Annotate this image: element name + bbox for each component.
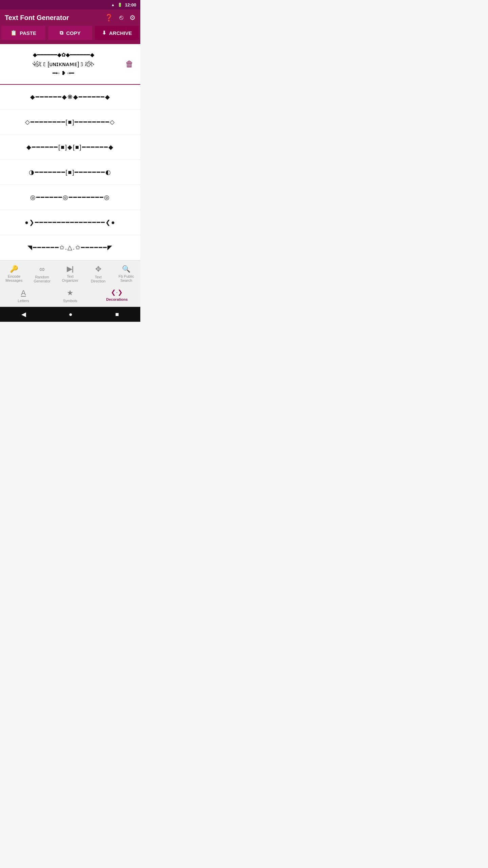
nav-label-symbols: Symbols (63, 299, 77, 303)
fb-search-icon: 🔍 (122, 265, 130, 273)
copy-icon: ⧉ (60, 30, 63, 36)
dividers-list: ◆━━━━━━◆❋◆━━━━━━◆ ◇━━━━━━━━[■]━━━━━━━━◇ … (0, 85, 140, 260)
app-header: Text Font Generator ❓ ⎋ ⚙ (0, 9, 140, 26)
list-item[interactable]: ◎━━━━━━◎━━━━━━━━◎ (0, 185, 140, 210)
archive-label: ARCHIVE (109, 30, 132, 36)
divider-text-3: ◑━━━━━━━[■]━━━━━━━◐ (29, 169, 112, 176)
list-item[interactable]: ◆━━━━━━◆❋◆━━━━━━◆ (0, 85, 140, 109)
toolbar: 📋 PASTE ⧉ COPY ⬇ ARCHIVE (0, 26, 140, 44)
nav-row-2: A Letters ★ Symbols ❮·❯ Decorations (0, 286, 140, 307)
preview-line1: ◆━━━━━━◆✿◆━━━━━━◆ (4, 51, 123, 59)
preview-area: ◆━━━━━━◆✿◆━━━━━━◆ ꧁ᜰ꒰[ᴜɴɪᴋɴᴀᴍᴇ]꒱ᜰ꧂ ━•◦ ❥… (0, 44, 140, 85)
settings-icon[interactable]: ⚙ (129, 14, 136, 22)
text-organizer-icon: ▶| (67, 265, 74, 273)
divider-text-4: ◎━━━━━━◎━━━━━━━━◎ (30, 194, 110, 201)
copy-label: COPY (66, 30, 81, 36)
nav-row-1: 🔑 EncodeMessages ∞ RandomGenerator ▶| Te… (0, 261, 140, 286)
time-display: 12:00 (125, 2, 136, 7)
recents-button[interactable]: ■ (115, 311, 119, 318)
nav-item-text-organizer[interactable]: ▶| Text Organizer (56, 263, 84, 284)
signal-icon: ▲ (111, 3, 115, 7)
infinity-icon: ∞ (39, 265, 45, 274)
app-title: Text Font Generator (5, 14, 101, 22)
archive-icon: ⬇ (102, 30, 106, 36)
list-item[interactable]: ●❯━━━━━━━━━━━━━━━━❮● (0, 210, 140, 235)
nav-label-random: RandomGenerator (34, 275, 50, 283)
delete-button[interactable]: 🗑 (123, 57, 136, 72)
nav-label-organizer: Text Organizer (60, 274, 81, 282)
nav-item-fb-public-search[interactable]: 🔍 Fb Public Search (112, 263, 140, 284)
nav-label-encode: EncodeMessages (5, 274, 22, 282)
bottom-nav: 🔑 EncodeMessages ∞ RandomGenerator ▶| Te… (0, 260, 140, 307)
list-item[interactable]: ◇━━━━━━━━[■]━━━━━━━━◇ (0, 110, 140, 134)
letters-icon: A (21, 289, 26, 297)
status-bar: ▲ 🔋 12:00 (0, 0, 140, 9)
paste-button[interactable]: 📋 PASTE (1, 26, 45, 40)
divider-text-1: ◇━━━━━━━━[■]━━━━━━━━◇ (25, 118, 116, 126)
divider-text-5: ●❯━━━━━━━━━━━━━━━━❮● (25, 219, 116, 226)
help-icon[interactable]: ❓ (105, 14, 113, 22)
key-icon: 🔑 (10, 265, 18, 273)
nav-item-text-direction[interactable]: ✥ Text Direction (84, 263, 112, 284)
paste-label: PASTE (20, 30, 36, 36)
home-button[interactable]: ● (69, 311, 73, 318)
android-nav-bar: ◀ ● ■ (0, 307, 140, 322)
symbols-icon: ★ (67, 289, 74, 297)
share-icon[interactable]: ⎋ (119, 14, 123, 22)
list-item[interactable]: ◥━━━━━━✩.△.✩━━━━━━◤ (0, 235, 140, 260)
nav-item-symbols[interactable]: ★ Symbols (47, 287, 94, 304)
header-actions: ❓ ⎋ ⚙ (105, 14, 136, 22)
preview-text: ◆━━━━━━◆✿◆━━━━━━◆ ꧁ᜰ꒰[ᴜɴɪᴋɴᴀᴍᴇ]꒱ᜰ꧂ ━•◦ ❥… (4, 51, 123, 78)
preview-line3: ━•◦ ❥ ◦•━ (4, 69, 123, 78)
archive-button[interactable]: ⬇ ARCHIVE (95, 26, 139, 40)
copy-button[interactable]: ⧉ COPY (48, 26, 92, 40)
nav-item-random-generator[interactable]: ∞ RandomGenerator (28, 263, 56, 284)
back-button[interactable]: ◀ (21, 311, 26, 318)
divider-text-2: ◆━━━━━━[■]◆[■]━━━━━━◆ (26, 143, 114, 151)
divider-text-0: ◆━━━━━━◆❋◆━━━━━━◆ (30, 93, 110, 101)
list-item[interactable]: ◑━━━━━━━[■]━━━━━━━◐ (0, 160, 140, 184)
decorations-icon: ❮·❯ (111, 289, 123, 296)
paste-icon: 📋 (11, 30, 17, 36)
nav-item-letters[interactable]: A Letters (0, 287, 47, 304)
preview-line2: ꧁ᜰ꒰[ᴜɴɪᴋɴᴀᴍᴇ]꒱ᜰ꧂ (4, 59, 123, 69)
divider-text-6: ◥━━━━━━✩.△.✩━━━━━━◤ (27, 244, 113, 251)
nav-item-encode-messages[interactable]: 🔑 EncodeMessages (0, 263, 28, 284)
nav-label-direction: Text Direction (87, 275, 109, 283)
direction-icon: ✥ (95, 265, 101, 274)
nav-item-decorations[interactable]: ❮·❯ Decorations (94, 287, 140, 304)
battery-icon: 🔋 (118, 3, 122, 7)
list-item[interactable]: ◆━━━━━━[■]◆[■]━━━━━━◆ (0, 135, 140, 159)
nav-label-decorations: Decorations (106, 297, 128, 301)
nav-label-letters: Letters (18, 299, 29, 303)
nav-label-fb-search: Fb Public Search (116, 274, 137, 282)
